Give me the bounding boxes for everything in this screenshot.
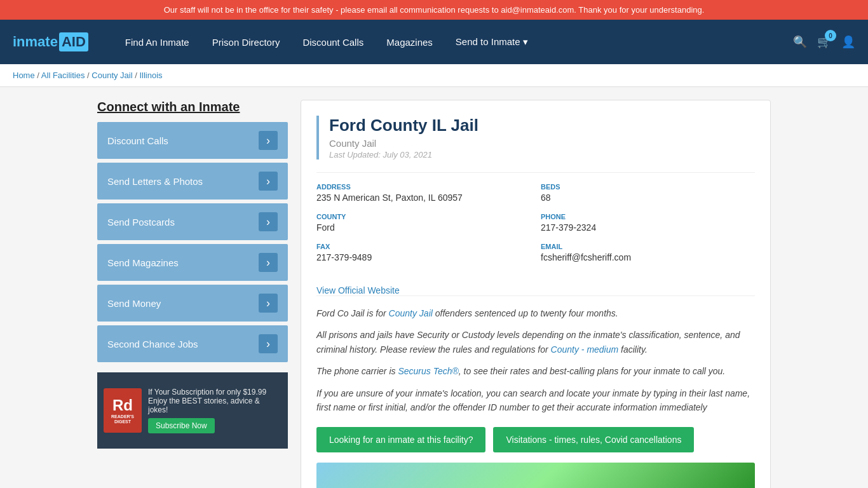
address-value: 235 N American St, Paxton, IL 60957 xyxy=(316,193,531,203)
facility-description: Ford Co Jail is for County Jail offender… xyxy=(316,295,755,414)
breadcrumb-home[interactable]: Home xyxy=(13,71,35,80)
cart-icon[interactable]: 🛒 0 xyxy=(817,35,831,49)
top-banner: Our staff will not be in the office for … xyxy=(0,0,868,20)
sidebar-btn-letters[interactable]: Send Letters & Photos › xyxy=(97,163,288,200)
county-jail-link[interactable]: County Jail xyxy=(389,308,433,318)
breadcrumb: Home / All Facilities / County Jail / Il… xyxy=(13,71,855,80)
sidebar: Connect with an Inmate Discount Calls › … xyxy=(97,100,288,488)
logo[interactable]: inmateAID xyxy=(13,32,88,51)
sidebar-btn-magazines[interactable]: Send Magazines › xyxy=(97,244,288,281)
beds-label: BEDS xyxy=(541,183,755,191)
nav-prison-directory[interactable]: Prison Directory xyxy=(201,20,292,64)
nav-icons: 🔍 🛒 0 👤 xyxy=(793,35,855,49)
desc-4: If you are unsure of your inmate's locat… xyxy=(316,386,755,415)
desc-2: All prisons and jails have Security or C… xyxy=(316,328,755,356)
ad-text: If Your Subscription for only $19.99 Enj… xyxy=(148,388,281,433)
last-updated: Last Updated: July 03, 2021 xyxy=(329,150,755,159)
fax-value: 217-379-9489 xyxy=(316,252,531,262)
find-inmate-button[interactable]: Looking for an inmate at this facility? xyxy=(316,427,485,452)
sidebar-btn-label-postcards: Send Postcards xyxy=(107,217,175,227)
securus-link[interactable]: Securus Tech® xyxy=(398,366,458,376)
desc-1: Ford Co Jail is for County Jail offender… xyxy=(316,306,755,320)
county-label: COUNTY xyxy=(316,213,531,220)
address-label: ADDRESS xyxy=(316,183,531,191)
desc-3: The phone carrier is Securus Tech®, to s… xyxy=(316,364,755,378)
official-website-link[interactable]: View Official Website xyxy=(316,285,400,295)
sidebar-title: Connect with an Inmate xyxy=(97,100,288,114)
action-buttons: Looking for an inmate at this facility? … xyxy=(316,427,755,452)
sidebar-btn-jobs[interactable]: Second Chance Jobs › xyxy=(97,325,288,362)
facility-image xyxy=(316,463,755,488)
banner-text: Our staff will not be in the office for … xyxy=(164,5,705,15)
nav-discount-calls[interactable]: Discount Calls xyxy=(291,20,375,64)
sidebar-btn-label-magazines: Send Magazines xyxy=(107,257,179,268)
facility-info-grid: ADDRESS 235 N American St, Paxton, IL 60… xyxy=(316,172,755,273)
logo-inmate: inmate xyxy=(13,34,58,50)
subscribe-button[interactable]: Subscribe Now xyxy=(148,418,215,433)
facility-detail-panel: Ford County IL Jail County Jail Last Upd… xyxy=(301,100,771,488)
fax-block: FAX 217-379-9489 xyxy=(316,243,531,262)
sidebar-btn-discount-calls[interactable]: Discount Calls › xyxy=(97,122,288,159)
county-block: COUNTY Ford xyxy=(316,213,531,233)
beds-value: 68 xyxy=(541,193,755,203)
email-value: fcsheriff@fcsheriff.com xyxy=(541,252,755,262)
cart-badge: 0 xyxy=(825,30,836,41)
chevron-icon-5: › xyxy=(259,334,278,353)
fax-label: FAX xyxy=(316,243,531,250)
county-medium-link[interactable]: County - medium xyxy=(551,344,619,355)
breadcrumb-county-jail[interactable]: County Jail xyxy=(92,71,132,80)
email-label: EMAIL xyxy=(541,243,755,250)
facility-type: County Jail xyxy=(329,138,755,149)
email-block: EMAIL fcsheriff@fcsheriff.com xyxy=(541,243,755,262)
phone-label: PHONE xyxy=(541,213,755,220)
main-nav: Find An Inmate Prison Directory Discount… xyxy=(114,20,793,64)
logo-aid: AID xyxy=(59,32,88,51)
chevron-icon-1: › xyxy=(259,172,278,191)
sidebar-btn-send-money[interactable]: Send Money › xyxy=(97,285,288,322)
phone-block: PHONE 217-379-2324 xyxy=(541,213,755,233)
breadcrumb-illinois[interactable]: Illinois xyxy=(139,71,162,80)
chevron-icon-0: › xyxy=(259,131,278,150)
phone-value: 217-379-2324 xyxy=(541,222,755,233)
ad-headline: If Your Subscription for only $19.99 xyxy=(148,388,281,396)
facility-name: Ford County IL Jail xyxy=(329,116,755,135)
readers-digest-logo: Rd READER'S DIGEST xyxy=(104,388,142,433)
sidebar-btn-postcards[interactable]: Send Postcards › xyxy=(97,203,288,240)
nav-find-inmate[interactable]: Find An Inmate xyxy=(114,20,201,64)
facility-header: Ford County IL Jail County Jail Last Upd… xyxy=(316,116,755,159)
sidebar-btn-label-letters: Send Letters & Photos xyxy=(107,176,203,187)
sidebar-btn-label-jobs: Second Chance Jobs xyxy=(107,339,198,349)
address-block: ADDRESS 235 N American St, Paxton, IL 60… xyxy=(316,183,531,203)
county-value: Ford xyxy=(316,222,531,233)
visitations-button[interactable]: Visitations - times, rules, Covid cancel… xyxy=(493,427,694,452)
chevron-icon-4: › xyxy=(259,294,278,313)
beds-block: BEDS 68 xyxy=(541,183,755,203)
sidebar-ad: Rd READER'S DIGEST If Your Subscription … xyxy=(97,372,288,449)
main-content: Connect with an Inmate Discount Calls › … xyxy=(85,100,783,488)
sidebar-btn-label-send-money: Send Money xyxy=(107,298,161,309)
nav-magazines[interactable]: Magazines xyxy=(375,20,444,64)
chevron-icon-3: › xyxy=(259,253,278,272)
nav-send-to-inmate[interactable]: Send to Inmate ▾ xyxy=(444,20,539,64)
breadcrumb-all-facilities[interactable]: All Facilities xyxy=(41,71,85,80)
chevron-icon-2: › xyxy=(259,212,278,231)
user-icon[interactable]: 👤 xyxy=(841,35,855,49)
search-icon[interactable]: 🔍 xyxy=(793,35,807,49)
sidebar-btn-label-discount-calls: Discount Calls xyxy=(107,135,168,146)
header: inmateAID Find An Inmate Prison Director… xyxy=(0,20,868,64)
breadcrumb-bar: Home / All Facilities / County Jail / Il… xyxy=(0,64,868,87)
ad-subtext: Enjoy the BEST stories, advice & jokes! xyxy=(148,396,281,414)
